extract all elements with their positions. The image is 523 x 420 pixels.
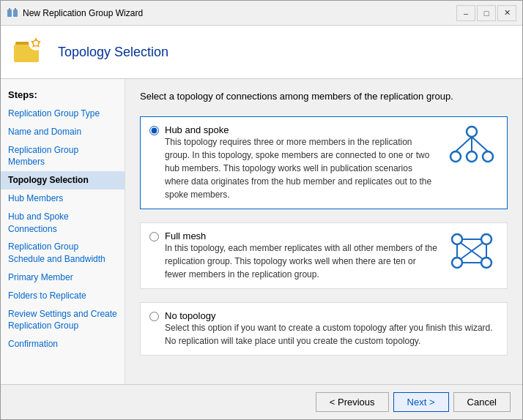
svg-point-11 (450, 151, 461, 162)
svg-rect-3 (15, 8, 16, 10)
minimize-button[interactable]: – (456, 5, 475, 21)
full-mesh-diagram (445, 230, 498, 271)
full-mesh-radio[interactable] (149, 232, 159, 241)
sidebar-item-hub-and-spoke-connections[interactable]: Hub and Spoke Connections (1, 208, 125, 239)
cancel-button[interactable]: Cancel (453, 392, 511, 412)
main-content: Select a topology of connections among m… (125, 79, 522, 384)
svg-point-18 (481, 234, 492, 244)
sidebar-item-replication-group-members[interactable]: Replication Group Members (1, 141, 125, 172)
hub-spoke-text: Hub and spoke This topology requires thr… (165, 124, 438, 201)
svg-point-9 (33, 40, 39, 46)
hub-spoke-desc: This topology requires three or more mem… (165, 135, 438, 201)
sidebar-item-primary-member[interactable]: Primary Member (1, 269, 125, 287)
hub-spoke-option: Hub and spoke This topology requires thr… (140, 116, 508, 209)
next-button[interactable]: Next > (393, 392, 449, 412)
title-bar-controls: – □ ✕ (456, 5, 516, 21)
sidebar-item-confirmation[interactable]: Confirmation (1, 335, 125, 353)
sidebar-item-folders-to-replicate[interactable]: Folders to Replicate (1, 287, 125, 305)
full-mesh-radio-area: Full mesh In this topology, each member … (149, 230, 438, 281)
svg-rect-2 (9, 8, 10, 10)
svg-line-16 (472, 137, 488, 151)
svg-point-19 (452, 258, 462, 268)
previous-button[interactable]: < Previous (316, 392, 389, 412)
no-topology-label[interactable]: No topology (165, 310, 215, 321)
svg-point-13 (483, 151, 493, 162)
hub-spoke-radio[interactable] (149, 126, 159, 135)
wizard-header: Topology Selection (1, 26, 522, 79)
no-topology-option: No topology Select this option if you wa… (140, 302, 508, 356)
sidebar-item-replication-group-schedule[interactable]: Replication Group Schedule and Bandwidth (1, 238, 125, 269)
title-bar: New Replication Group Wizard – □ ✕ (1, 1, 522, 26)
no-topology-desc: Select this option if you want to create… (165, 321, 498, 348)
maximize-button[interactable]: □ (477, 5, 496, 21)
wizard-window: New Replication Group Wizard – □ ✕ Topol… (0, 0, 523, 420)
sidebar-item-replication-group-type[interactable]: Replication Group Type (1, 105, 125, 123)
no-topology-text: No topology Select this option if you wa… (165, 310, 498, 348)
hub-spoke-diagram (445, 124, 498, 165)
svg-point-12 (467, 151, 477, 162)
sidebar-item-name-and-domain[interactable]: Name and Domain (1, 123, 125, 141)
steps-label: Steps: (1, 86, 125, 105)
no-topology-radio-area: No topology Select this option if you wa… (149, 310, 498, 348)
sidebar-item-topology-selection[interactable]: Topology Selection (1, 171, 125, 190)
full-mesh-label[interactable]: Full mesh (165, 230, 206, 241)
close-button[interactable]: ✕ (497, 5, 516, 21)
hub-spoke-label[interactable]: Hub and spoke (165, 124, 229, 135)
page-description: Select a topology of connections among m… (140, 91, 508, 102)
header-icon (12, 34, 48, 70)
sidebar-item-review-settings[interactable]: Review Settings and Create Replication G… (1, 305, 125, 336)
full-mesh-text: Full mesh In this topology, each member … (165, 230, 438, 281)
svg-point-17 (452, 234, 462, 244)
window-title: New Replication Group Wizard (23, 8, 143, 18)
wizard-content: Steps: Replication Group Type Name and D… (1, 79, 522, 384)
sidebar: Steps: Replication Group Type Name and D… (1, 79, 125, 384)
title-bar-left: New Replication Group Wizard (7, 7, 143, 19)
svg-point-20 (481, 258, 492, 268)
svg-rect-0 (7, 10, 12, 17)
svg-line-14 (456, 137, 472, 151)
full-mesh-desc: In this topology, each member replicates… (165, 241, 438, 281)
wizard-page-title: Topology Selection (58, 45, 168, 60)
no-topology-radio[interactable] (149, 312, 159, 321)
full-mesh-option: Full mesh In this topology, each member … (140, 222, 508, 289)
wizard-icon (7, 7, 18, 19)
hub-spoke-radio-area: Hub and spoke This topology requires thr… (149, 124, 438, 201)
wizard-footer: < Previous Next > Cancel (1, 384, 522, 419)
svg-point-10 (467, 127, 477, 137)
svg-rect-1 (13, 10, 18, 17)
sidebar-item-hub-members[interactable]: Hub Members (1, 190, 125, 208)
